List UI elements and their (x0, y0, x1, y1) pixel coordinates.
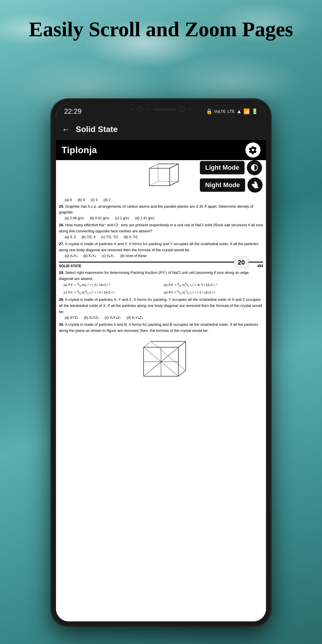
camera-dot (137, 107, 142, 112)
status-icons: 🔒 VoLTE LTE ▲ 📶 🔋 (206, 108, 258, 115)
mode-overlay: Light Mode Night Mode (200, 160, 263, 193)
question-26: 26. How many effective Na⁺ and Cl⁻ ions … (59, 222, 263, 240)
page-number-badge: 20 (234, 256, 249, 268)
page-divider: SOLID STATE 493 20 (59, 262, 263, 269)
page-footer-left: SOLID STATE (59, 263, 82, 269)
sensor-dot2 (146, 108, 149, 111)
doc-header: Tiplonja (56, 140, 266, 160)
prev-options: (a) 6 (b) 4 (c) 3 (d) 2 (59, 197, 263, 202)
svg-text:b: b (180, 170, 182, 173)
svg-text:A: A (177, 375, 179, 378)
volte-text: VoLTE (214, 109, 226, 114)
back-button[interactable]: ← (62, 125, 70, 134)
sensor-dot (130, 108, 134, 111)
question-28: 28. Select right expression for determin… (59, 270, 263, 296)
crystal-diagram-q30: A A A A B B B B B A A A (59, 336, 263, 396)
app-bar: ← Solid State (56, 119, 266, 140)
svg-line-8 (149, 164, 158, 168)
svg-line-5 (170, 164, 178, 168)
signal-bars: 📶 (243, 108, 250, 115)
status-time: 22:29 (64, 107, 82, 115)
question-27: 27. A crystal is made of particles X and… (59, 241, 263, 259)
sensor-dot3 (188, 108, 192, 111)
svg-text:B: B (142, 360, 144, 363)
svg-text:B: B (177, 360, 179, 363)
light-mode-button[interactable]: Light Mode (200, 161, 244, 174)
svg-text:a: a (165, 189, 167, 192)
app-bar-title: Solid State (76, 125, 118, 134)
phone-screen: 22:29 🔒 VoLTE LTE ▲ 📶 🔋 ← Solid State (56, 104, 266, 621)
svg-text:A: A (141, 344, 144, 347)
question-29: 29. A crystal is made of particles X, Y … (59, 297, 263, 321)
phone-frame: 22:29 🔒 VoLTE LTE ▲ 📶 🔋 ← Solid State (51, 99, 271, 627)
svg-line-10 (149, 181, 158, 186)
camera-dot2 (180, 107, 185, 112)
settings-icon[interactable] (245, 142, 261, 158)
lock-icon: 🔒 (206, 108, 212, 115)
lte-text: LTE (228, 109, 235, 114)
battery-icon: 🔋 (252, 108, 258, 115)
question-25: 25. Graphite has h.c.p. arrangements of … (59, 204, 263, 221)
opt-c: (c) 3 (91, 197, 97, 202)
svg-line-27 (144, 341, 151, 347)
phone-body: 22:29 🔒 VoLTE LTE ▲ 📶 🔋 ← Solid State (51, 99, 271, 627)
night-mode-row: Night Mode (200, 178, 263, 193)
night-mode-icon[interactable] (247, 178, 263, 193)
crystal-diagram-svg: 120° (132, 162, 190, 194)
document-area[interactable]: Tiplonja Light Mode (56, 140, 266, 621)
phone-sensors (130, 107, 192, 112)
svg-line-25 (178, 370, 186, 376)
page-title: Easily Scroll and Zoom Pages (0, 17, 322, 41)
light-mode-row: Light Mode (200, 160, 263, 175)
opt-a: (a) 6 (65, 197, 72, 202)
brand-name: Tiplonja (61, 145, 97, 155)
svg-text:A: A (141, 375, 144, 378)
question-30: 30. A crystal is made of particles A and… (59, 322, 263, 395)
speaker (153, 108, 176, 111)
night-mode-button[interactable]: Night Mode (200, 178, 245, 192)
page-footer-right: 493 (257, 263, 263, 269)
svg-line-6 (170, 181, 178, 186)
doc-content: 120° (56, 160, 266, 398)
signal-icon: ▲ (236, 108, 242, 115)
opt-d: (d) 2 (103, 197, 111, 202)
svg-text:x90°: x90° (145, 184, 151, 188)
light-mode-icon[interactable] (247, 160, 262, 175)
opt-b: (b) 4 (78, 197, 85, 202)
